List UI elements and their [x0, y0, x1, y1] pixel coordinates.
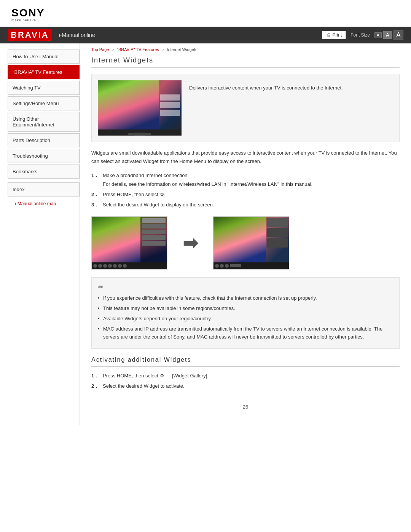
sidebar-map-link[interactable]: → i-Manual online map	[8, 201, 80, 206]
print-label: Print	[333, 32, 342, 38]
note-box: ✏ If you experience difficulties with th…	[91, 277, 400, 349]
note-item-4: MAC address and IP address are transmitt…	[98, 325, 393, 341]
sony-tagline: make.believe	[11, 18, 36, 22]
intro-section: Delivers interactive content when your T…	[91, 74, 400, 142]
step-1: 1． Make a broadband Internet connection.…	[91, 172, 400, 189]
sidebar-item-index[interactable]: Index	[8, 182, 80, 197]
img-bottom-bar-right	[213, 262, 289, 269]
breadcrumb-top-page[interactable]: Top Page	[91, 47, 109, 52]
step-2-num: 2．	[91, 191, 103, 199]
breadcrumb-sep-1: >	[112, 47, 114, 52]
settings-icon: ⚙	[160, 191, 164, 199]
step-1-sub: For details, see the information on wire…	[103, 181, 400, 189]
icon-dot	[118, 264, 122, 268]
breadcrumb-current: Internet Widgets	[167, 47, 197, 52]
sidebar: How to Use i-Manual "BRAVIA" TV Features…	[0, 43, 80, 425]
sidebar-item-watching-tv[interactable]: Watching TV	[8, 81, 80, 95]
breadcrumb-bravia-features[interactable]: "BRAVIA" TV Features	[117, 47, 159, 52]
icon-dot	[123, 264, 127, 268]
sidebar-item-bookmarks[interactable]: Bookmarks	[8, 165, 80, 179]
breadcrumb-sep-2: >	[162, 47, 164, 52]
icon-dot	[108, 264, 112, 268]
note-item-1: If you experience difficulties with this…	[98, 294, 393, 302]
bravia-logo: BRAVIA	[8, 29, 52, 41]
font-size-controls: A A A	[374, 30, 403, 40]
main-layout: How to Use i-Manual "BRAVIA" TV Features…	[0, 43, 411, 425]
sub-step-1: 1． Press HOME, then select ⚙ → [Widget G…	[91, 372, 400, 380]
icon-dot	[215, 264, 219, 268]
sidebar-item-bravia-features[interactable]: "BRAVIA" TV Features	[8, 65, 80, 79]
step-1-content: Make a broadband Internet connection. Fo…	[103, 172, 400, 189]
sub-section-title: Activating additional Widgets	[91, 356, 400, 367]
note-icon: ✏	[98, 283, 393, 291]
icon-dot	[93, 264, 97, 268]
step-2: 2． Press HOME, then select ⚙.	[91, 191, 400, 199]
icon-dot	[220, 264, 224, 268]
map-link-label: i-Manual online map	[15, 201, 56, 206]
step-1-num: 1．	[91, 172, 103, 189]
arrow-icon: →	[9, 201, 13, 206]
content-image-after	[213, 216, 289, 270]
icon-dot	[103, 264, 107, 268]
sony-text: SONY	[11, 7, 45, 19]
nav-title: i-Manual online	[59, 32, 95, 38]
body-text: Widgets are small downloadable applicati…	[91, 149, 400, 166]
page-title: Internet Widgets	[91, 56, 400, 68]
arrow-between-images: ➡	[183, 232, 198, 254]
note-list: If you experience difficulties with this…	[98, 294, 393, 341]
sub-steps-list: 1． Press HOME, then select ⚙ → [Widget G…	[91, 372, 400, 390]
tv-thumbnails	[159, 80, 182, 129]
sub-step-1-main: Press HOME, then select ⚙ → [Widget Gall…	[103, 373, 209, 379]
font-size-large-button[interactable]: A	[393, 30, 403, 40]
steps-list: 1． Make a broadband Internet connection.…	[91, 172, 400, 209]
step-3-main: Select the desired Widget to display on …	[103, 202, 214, 208]
step-3: 3． Select the desired Widget to display …	[91, 201, 400, 209]
images-row: ➡	[91, 216, 400, 270]
content-image-before	[91, 216, 167, 270]
icon-dot	[225, 264, 229, 268]
sidebar-item-how-to-use[interactable]: How to Use i-Manual	[8, 50, 80, 64]
sidebar-item-troubleshooting[interactable]: Troubleshooting	[8, 149, 80, 163]
sub-step-2-content: Select the desired Widget to activate.	[103, 382, 400, 390]
print-button[interactable]: 🖨 Print	[322, 31, 346, 39]
sub-step-2: 2． Select the desired Widget to activate…	[91, 382, 400, 390]
top-header: SONY make.believe	[0, 0, 411, 27]
sony-logo: SONY make.believe	[11, 7, 400, 22]
sub-step-1-num: 1．	[91, 372, 103, 380]
img-bottom-bar-left	[92, 262, 167, 269]
note-item-3: Available Widgets depend on your region/…	[98, 315, 393, 323]
sidebar-item-parts-description[interactable]: Parts Description	[8, 133, 80, 147]
nav-bar-right: 🖨 Print Font Size A A A	[322, 30, 403, 40]
page-number: 26	[243, 404, 248, 410]
main-content: Top Page > "BRAVIA" TV Features > Intern…	[80, 43, 411, 425]
sub-step-2-main: Select the desired Widget to activate.	[103, 383, 185, 389]
icon-dot	[98, 264, 102, 268]
font-size-label: Font Size	[350, 32, 370, 38]
right-arrow-icon: ➡	[183, 233, 198, 253]
settings-icon-2: ⚙	[160, 372, 164, 380]
breadcrumb: Top Page > "BRAVIA" TV Features > Intern…	[91, 43, 400, 55]
sidebar-item-settings-home-menu[interactable]: Settings/Home Menu	[8, 96, 80, 110]
font-size-medium-button[interactable]: A	[383, 31, 392, 39]
intro-tv-image	[98, 80, 182, 136]
step-3-num: 3．	[91, 201, 103, 209]
step-1-main: Make a broadband Internet connection.	[103, 173, 189, 178]
intro-text: Delivers interactive content when your T…	[189, 80, 343, 136]
step-3-content: Select the desired Widget to display on …	[103, 201, 400, 209]
nav-bar-left: BRAVIA i-Manual online	[8, 29, 95, 41]
sidebar-item-using-other-equipment[interactable]: Using Other Equipment/Internet	[8, 112, 80, 132]
step-2-main: Press HOME, then select ⚙.	[103, 192, 166, 197]
note-item-2: This feature may not be available in som…	[98, 305, 393, 313]
sub-step-2-num: 2．	[91, 382, 103, 390]
step-2-content: Press HOME, then select ⚙.	[103, 191, 400, 199]
sub-step-1-content: Press HOME, then select ⚙ → [Widget Gall…	[103, 372, 400, 380]
print-icon: 🖨	[326, 32, 331, 38]
page-footer: 26	[91, 396, 400, 414]
icon-dot	[113, 264, 117, 268]
font-size-small-button[interactable]: A	[374, 32, 382, 38]
nav-bar: BRAVIA i-Manual online 🖨 Print Font Size…	[0, 27, 411, 43]
